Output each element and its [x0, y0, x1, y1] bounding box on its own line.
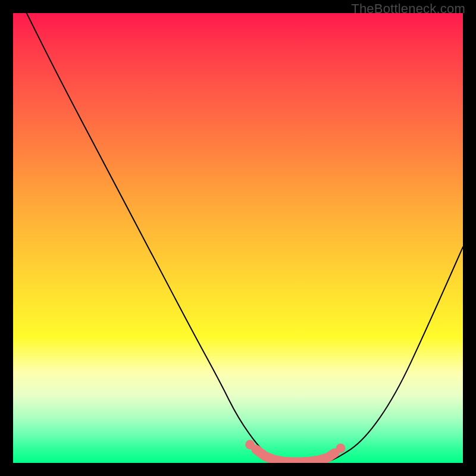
bottleneck-curve — [27, 13, 463, 463]
plot-area — [13, 13, 463, 463]
marker-end-right — [336, 443, 346, 453]
watermark-text: TheBottleneck.com — [351, 1, 465, 17]
marker-end-left — [245, 440, 255, 449]
chart-stage: TheBottleneck.com — [0, 0, 476, 476]
highlight-markers — [245, 440, 345, 462]
curve-layer — [13, 13, 463, 463]
marker-path — [256, 449, 334, 462]
